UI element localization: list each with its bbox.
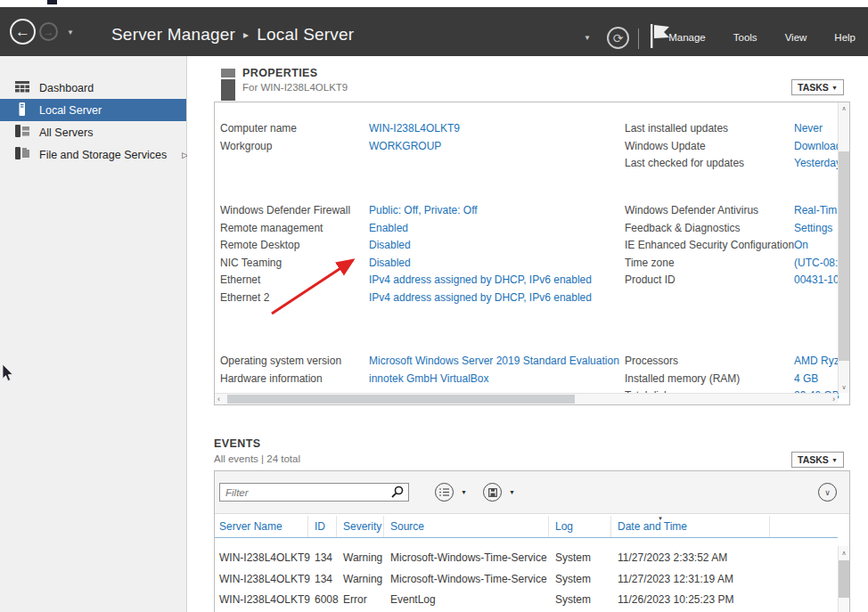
server-dropdown-caret-icon[interactable]: ▼ (584, 34, 591, 42)
refresh-button[interactable]: ⟳ (607, 27, 629, 49)
search-icon[interactable] (391, 486, 404, 502)
collapse-pane-button[interactable]: ∨ (818, 483, 837, 502)
property-value-link[interactable]: IPv4 address assigned by DHCP, IPv6 enab… (369, 291, 592, 304)
property-value-link[interactable]: Settings (794, 222, 839, 234)
events-pane: ▼ ▼ ∨ Server NameIDSeveritySourceLogDate… (214, 470, 850, 612)
property-value-link[interactable]: WIN-I238L4OLKT9 (369, 122, 460, 135)
property-value-link[interactable]: Microsoft Windows Server 2019 Standard E… (369, 355, 619, 367)
events-tasks-label: TASKS (798, 454, 829, 465)
property-value-link[interactable]: Download (794, 140, 839, 152)
properties-subtitle: For WIN-I238L4OLKT9 (242, 82, 348, 93)
property-value-link[interactable]: 4 GB (794, 372, 839, 385)
query-list-caret-icon[interactable]: ▼ (461, 489, 467, 495)
property-value-link[interactable]: Yesterday (794, 157, 839, 169)
property-value-link[interactable]: AMD Ryz (794, 355, 839, 367)
scrollbar-thumb[interactable] (839, 151, 849, 361)
column-separator (610, 516, 611, 537)
property-label: Installed memory (RAM) (625, 372, 740, 385)
scroll-down-icon[interactable]: ∨ (839, 381, 849, 393)
menu-help[interactable]: Help (834, 32, 856, 43)
save-icon (488, 488, 497, 497)
filter-input[interactable] (219, 483, 409, 502)
column-header-source[interactable]: Source (390, 520, 424, 533)
property-label: Last checked for updates (625, 157, 744, 169)
property-value-link[interactable]: Disabled (369, 239, 411, 251)
breadcrumb-root[interactable]: Server Manager (111, 25, 235, 44)
event-cell: Error (343, 593, 367, 606)
property-label: Remote Desktop (220, 239, 299, 251)
column-header-log[interactable]: Log (555, 520, 573, 533)
property-row: Operating system versionMicrosoft Window… (220, 355, 617, 372)
events-title: EVENTS (214, 437, 260, 450)
sort-caret-icon[interactable]: ▼ (658, 516, 663, 521)
scroll-right-icon[interactable]: › (832, 394, 835, 404)
properties-tasks-button[interactable]: TASKS▼ (791, 79, 844, 95)
property-value-link[interactable]: 00431-10 (794, 273, 839, 286)
event-cell: EventLog (390, 593, 436, 606)
scrollbar-thumb[interactable] (227, 395, 575, 404)
property-label: Hardware information (220, 372, 323, 385)
notifications-flag-icon[interactable] (651, 24, 670, 52)
property-row: EthernetIPv4 address assigned by DHCP, I… (220, 273, 617, 291)
event-row[interactable]: WIN-I238L4OLKT9134WarningMicrosoft-Windo… (215, 548, 838, 569)
property-value-link[interactable]: Enabled (369, 222, 408, 234)
events-vertical-scrollbar[interactable]: ∧ (838, 546, 849, 612)
column-separator (383, 516, 384, 537)
menu-tools[interactable]: Tools (733, 32, 757, 43)
property-value-link[interactable]: IPv4 address assigned by DHCP, IPv6 enab… (369, 273, 592, 286)
scroll-left-icon[interactable]: ‹ (217, 394, 220, 404)
events-subtitle: All events | 24 total (214, 453, 300, 464)
property-label: Feedback & Diagnostics (625, 222, 740, 234)
property-value-link[interactable]: Public: Off, Private: Off (369, 204, 478, 216)
menu-manage[interactable]: Manage (668, 32, 706, 43)
column-header-severity[interactable]: Severity (343, 520, 381, 533)
event-cell: Microsoft-Windows-Time-Service (390, 573, 547, 585)
property-value-link[interactable]: WORKGROUP (369, 140, 441, 152)
property-row: Hardware informationinnotek GmbH Virtual… (220, 372, 617, 390)
mouse-cursor (2, 363, 14, 386)
event-row[interactable]: WIN-I238L4OLKT9134WarningMicrosoft-Windo… (215, 569, 838, 591)
properties-pane: Computer nameWIN-I238L4OLKT9WorkgroupWOR… (214, 102, 850, 405)
forward-button[interactable]: → (39, 22, 58, 41)
event-cell: Warning (343, 573, 382, 585)
column-header-id[interactable]: ID (315, 520, 325, 533)
event-cell: WIN-I238L4OLKT9 (219, 593, 310, 606)
column-header-date-and-time[interactable]: Date and Time (618, 520, 687, 533)
nav-history-caret-icon[interactable]: ▼ (67, 29, 74, 37)
property-label: Windows Update (625, 140, 706, 152)
menu-view[interactable]: View (785, 32, 807, 43)
property-value-link[interactable]: (UTC-08:0 (794, 257, 839, 269)
sidebar-item-file-and-storage-services[interactable]: File and Storage Services▷ (0, 143, 186, 166)
sidebar-item-dashboard[interactable]: Dashboard (0, 77, 186, 99)
properties-vertical-scrollbar[interactable]: ∧ ∨ (838, 102, 849, 393)
scroll-up-icon[interactable]: ∧ (839, 102, 849, 114)
property-row: Windows Defender AntivirusReal-Tim (625, 204, 839, 222)
tasks-caret-icon: ▼ (831, 457, 838, 463)
property-value-link[interactable]: innotek GmbH VirtualBox (369, 372, 489, 385)
property-group: Windows Defender AntivirusReal-TimFeedba… (625, 204, 839, 291)
property-value-link[interactable]: On (794, 239, 839, 251)
tasks-caret-icon: ▼ (831, 85, 838, 91)
properties-title: PROPERTIES (242, 67, 318, 79)
back-button[interactable]: ← (10, 19, 36, 45)
column-header-server-name[interactable]: Server Name (219, 520, 283, 533)
sidebar-item-local-server[interactable]: Local Server (0, 99, 186, 121)
event-row[interactable]: WIN-I238L4OLKT96008ErrorEventLogSystem11… (215, 590, 838, 611)
sidebar-item-all-servers[interactable]: All Servers (0, 121, 186, 143)
properties-horizontal-scrollbar[interactable]: ‹ › (215, 393, 838, 404)
property-label: Last installed updates (625, 122, 728, 135)
properties-server-icon (221, 69, 236, 104)
scroll-up-icon[interactable]: ∧ (839, 547, 849, 559)
query-list-button[interactable] (435, 483, 454, 502)
save-query-caret-icon[interactable]: ▼ (509, 489, 515, 495)
breadcrumb: Server Manager▸Local Server (111, 25, 354, 45)
property-value-link[interactable]: Never (794, 122, 839, 135)
save-query-button[interactable] (483, 483, 502, 502)
property-value-link[interactable]: Disabled (369, 257, 411, 269)
dashboard-icon (15, 81, 29, 95)
property-value-link[interactable]: Real-Tim (794, 204, 839, 216)
property-group: Last installed updatesNeverWindows Updat… (625, 122, 839, 175)
scrollbar-thumb[interactable] (839, 560, 849, 598)
sidebar-item-label: All Servers (39, 126, 93, 139)
events-tasks-button[interactable]: TASKS▼ (791, 452, 844, 468)
